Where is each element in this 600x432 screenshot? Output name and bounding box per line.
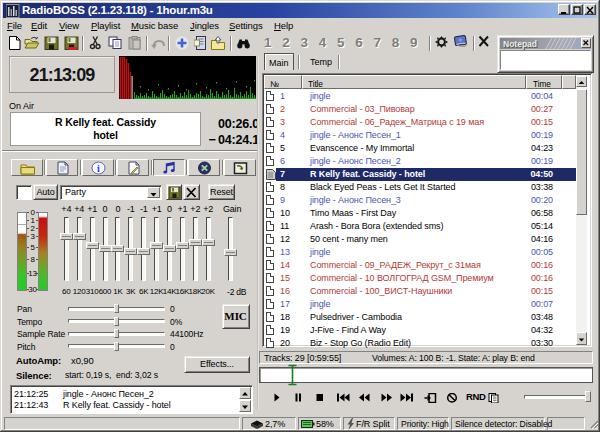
svg-text:i: i [97,163,100,174]
